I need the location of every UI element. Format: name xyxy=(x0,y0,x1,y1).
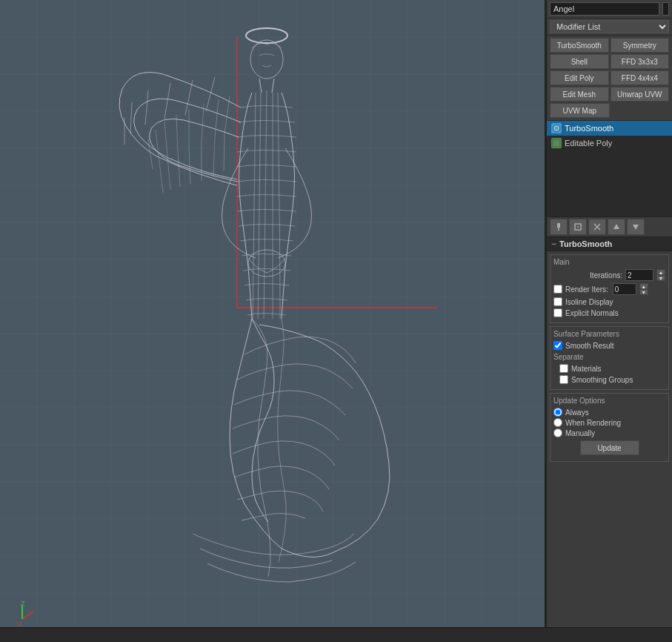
mod-btn-turbosmooth[interactable]: TurboSmooth xyxy=(550,38,609,53)
iterations-input[interactable] xyxy=(625,269,653,281)
mod-btn-ffd4x4x4[interactable]: FFD 4x4x4 xyxy=(611,70,670,85)
smoothing-groups-row: Smoothing Groups xyxy=(559,375,665,384)
update-options-section: Update Options Always When Rendering Man… xyxy=(550,393,669,462)
object-name-row: Angel xyxy=(547,0,672,19)
isoline-display-checkbox[interactable] xyxy=(553,297,562,306)
stack-pin-btn[interactable] xyxy=(550,219,568,235)
svg-rect-45 xyxy=(553,139,560,147)
stack-toolbar xyxy=(547,217,672,237)
main-layout: Total Polys: 61 856 Verts: 30 930 xyxy=(0,0,672,627)
manually-radio[interactable] xyxy=(553,428,562,437)
stack-item-icon-turbosmooth xyxy=(551,123,562,133)
render-iters-checkbox-row: Render Iters: ▲ ▼ xyxy=(553,283,665,295)
mod-btn-unwrapuvw[interactable]: Unwrap UVW xyxy=(611,87,670,102)
status-bar xyxy=(0,627,672,642)
svg-rect-46 xyxy=(557,223,560,228)
manually-row: Manually xyxy=(553,428,665,437)
smooth-result-checkbox[interactable] xyxy=(553,341,562,350)
ts-header-title: TurboSmooth xyxy=(559,239,612,248)
modifier-buttons: TurboSmooth Symmetry Shell FFD 3x3x3 Edi… xyxy=(547,36,672,121)
separate-group: Materials Smoothing Groups xyxy=(553,364,665,384)
materials-label[interactable]: Materials xyxy=(571,365,602,373)
mod-btn-editpoly[interactable]: Edit Poly xyxy=(550,70,609,85)
mod-btn-uvwmap[interactable]: UVW Map xyxy=(550,103,610,118)
when-rendering-row: When Rendering xyxy=(553,418,665,427)
iterations-up[interactable]: ▲ xyxy=(656,269,665,275)
render-iters-checkbox[interactable] xyxy=(553,285,562,294)
explicit-normals-label[interactable]: Explicit Normals xyxy=(565,309,619,317)
viewport[interactable]: Total Polys: 61 856 Verts: 30 930 xyxy=(0,0,546,627)
svg-marker-52 xyxy=(613,224,619,229)
iterations-spinner: ▲ ▼ xyxy=(656,269,665,281)
smoothing-groups-label[interactable]: Smoothing Groups xyxy=(571,376,633,384)
mod-btn-ffd3x3x3[interactable]: FFD 3x3x3 xyxy=(611,54,670,69)
stack-moveup-btn[interactable] xyxy=(608,219,625,235)
render-iters-input[interactable] xyxy=(613,283,636,295)
ts-collapse-icon[interactable]: − xyxy=(551,239,556,249)
object-name-input[interactable]: Angel xyxy=(550,2,659,16)
smoothing-groups-checkbox[interactable] xyxy=(559,375,568,384)
svg-text:X: X xyxy=(18,621,22,627)
smooth-result-label[interactable]: Smooth Result xyxy=(565,342,614,350)
stack-item-turbosmooth[interactable]: TurboSmooth xyxy=(547,121,672,136)
when-rendering-label[interactable]: When Rendering xyxy=(565,419,621,427)
explicit-normals-checkbox[interactable] xyxy=(553,308,562,317)
render-iters-spinner: ▲ ▼ xyxy=(639,283,648,295)
when-rendering-radio[interactable] xyxy=(553,418,562,427)
modifier-list-dropdown[interactable]: Modifier List xyxy=(550,20,669,33)
always-radio[interactable] xyxy=(553,408,562,417)
stack-item-label-turbosmooth: TurboSmooth xyxy=(565,124,613,133)
mod-btn-editmesh[interactable]: Edit Mesh xyxy=(550,87,609,102)
separate-title: Separate xyxy=(553,353,665,361)
always-label[interactable]: Always xyxy=(565,408,589,417)
modifier-list-row: Modifier List xyxy=(547,19,672,36)
iterations-label: Iterations: xyxy=(553,271,622,279)
turbosmooth-panel: − TurboSmooth Main Iterations: ▲ ▼ xyxy=(547,237,672,627)
render-iters-label[interactable]: Render Iters: xyxy=(565,285,608,294)
isoline-display-row: Isoline Display xyxy=(553,297,665,306)
viewport-canvas: X Z xyxy=(0,0,545,627)
svg-text:Z: Z xyxy=(21,600,25,607)
mod-btn-shell[interactable]: Shell xyxy=(550,54,609,69)
materials-checkbox[interactable] xyxy=(559,364,568,373)
update-options-title: Update Options xyxy=(553,397,665,405)
render-iters-down[interactable]: ▼ xyxy=(639,289,648,295)
render-iters-up[interactable]: ▲ xyxy=(639,283,648,289)
stack-item-label-editablepoly: Editable Poly xyxy=(565,139,612,148)
stack-item-icon-editablepoly xyxy=(551,138,562,148)
stack-movedown-btn[interactable] xyxy=(627,219,645,235)
materials-row: Materials xyxy=(559,364,665,373)
stack-remove-btn[interactable] xyxy=(588,219,606,235)
smooth-result-row: Smooth Result xyxy=(553,341,665,350)
svg-marker-53 xyxy=(633,225,639,230)
always-row: Always xyxy=(553,408,665,417)
explicit-normals-row: Explicit Normals xyxy=(553,308,665,317)
stack-item-editablepoly[interactable]: Editable Poly xyxy=(547,136,672,150)
mod-btn-symmetry[interactable]: Symmetry xyxy=(611,38,670,53)
right-panel: Angel Modifier List TurboSmooth Symmetry… xyxy=(546,0,672,627)
update-button[interactable]: Update xyxy=(580,440,639,455)
isoline-display-label[interactable]: Isoline Display xyxy=(565,298,613,306)
iterations-down[interactable]: ▼ xyxy=(656,275,665,281)
iterations-row: Iterations: ▲ ▼ xyxy=(553,269,665,281)
ts-main-section: Main Iterations: ▲ ▼ Render Iters: xyxy=(550,254,669,323)
stack-make-unique-btn[interactable] xyxy=(569,219,587,235)
ts-main-title: Main xyxy=(553,258,665,266)
object-color-swatch[interactable] xyxy=(662,2,669,16)
surface-params-section: Surface Parameters Smooth Result Separat… xyxy=(550,326,669,390)
modifier-stack[interactable]: TurboSmooth Editable Poly xyxy=(547,121,672,217)
manually-label[interactable]: Manually xyxy=(565,429,595,437)
ts-header[interactable]: − TurboSmooth xyxy=(547,237,672,251)
surface-params-title: Surface Parameters xyxy=(553,330,665,338)
